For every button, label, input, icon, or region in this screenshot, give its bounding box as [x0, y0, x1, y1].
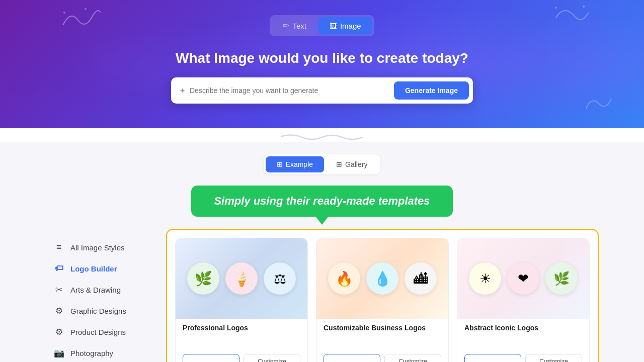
use-prompt-abstract[interactable]: Use Prompt: [464, 354, 521, 362]
svg-point-2: [583, 6, 585, 8]
customize-professional[interactable]: Customize Prompt: [244, 354, 300, 362]
logo-heart: ❤: [507, 262, 539, 295]
search-input[interactable]: [190, 86, 394, 95]
card-abstract: ☀ ❤ 🌿 Abstract Iconic Logos Use Prompt C…: [457, 238, 590, 362]
example-icon: ⊞: [277, 160, 283, 168]
sidebar-label-photo: Photography: [70, 349, 113, 357]
logo-vibrant: 💧: [366, 262, 398, 295]
card-customizable-actions: Use Prompt Customize Prompt: [316, 352, 448, 362]
logo-spicy: 🔥: [328, 262, 360, 295]
gallery-tab[interactable]: ⊞ Gallery: [325, 156, 378, 172]
card-customizable-image: 🔥 💧 🏙: [316, 238, 448, 319]
sidebar: ≡ All Image Styles 🏷 Logo Builder ✂ Arts…: [45, 229, 166, 362]
hero-section: ✏ Text 🖼 Image What Image would you like…: [0, 0, 644, 129]
card-customizable-title: Customizable Business Logos: [316, 319, 448, 336]
magic-wand-icon: ✦: [179, 86, 186, 96]
gallery-icon: ⊞: [336, 160, 342, 168]
deco-wave-br: [584, 94, 614, 114]
card-professional: 🌿 🍦 ⚖ Professional Logos Use Prompt Cust…: [175, 238, 308, 362]
sidebar-item-photo[interactable]: 📷 Photography: [45, 342, 166, 362]
text-mode-icon: ✏: [283, 21, 289, 30]
sidebar-item-graphic[interactable]: ⚙ Graphic Designs: [45, 300, 166, 321]
deco-wave-left: [60, 5, 101, 35]
mode-toggle: ✏ Text 🖼 Image: [270, 15, 374, 36]
image-mode-button[interactable]: 🖼 Image: [318, 17, 372, 34]
sidebar-label-product: Product Designs: [70, 328, 126, 336]
view-toggle: ⊞ Example ⊞ Gallery: [264, 154, 381, 174]
card-professional-image: 🌿 🍦 ⚖: [176, 238, 307, 319]
search-bar: ✦ Generate Image: [171, 77, 473, 104]
use-prompt-customizable[interactable]: Use Prompt: [324, 354, 380, 362]
sidebar-label-all: All Image Styles: [70, 243, 125, 252]
logo-attorney: ⚖: [264, 262, 296, 295]
graphic-icon: ⚙: [53, 305, 64, 316]
logo-icon: 🏷: [53, 263, 64, 274]
sidebar-label-arts: Arts & Drawing: [70, 286, 121, 294]
product-icon: ⚙: [53, 326, 64, 337]
text-mode-button[interactable]: ✏ Text: [272, 17, 317, 34]
svg-point-0: [63, 12, 65, 14]
card-abstract-actions: Use Prompt Customize Prompt: [457, 352, 589, 362]
wave-separator: [0, 128, 644, 142]
cards-grid: 🌿 🍦 ⚖ Professional Logos Use Prompt Cust…: [166, 229, 599, 362]
sidebar-label-logo: Logo Builder: [70, 264, 117, 273]
card-customizable: 🔥 💧 🏙 Customizable Business Logos Use Pr…: [316, 238, 449, 362]
logo-sun: ☀: [469, 262, 501, 295]
svg-point-3: [555, 7, 557, 9]
sidebar-item-logo[interactable]: 🏷 Logo Builder: [45, 258, 166, 279]
logo-skyline: 🏙: [405, 262, 437, 295]
sidebar-item-product[interactable]: ⚙ Product Designs: [45, 321, 166, 342]
speech-bubble: Simply using their ready-made templates: [191, 186, 453, 217]
arts-icon: ✂: [53, 284, 64, 295]
list-icon: ≡: [53, 242, 64, 253]
card-professional-actions: Use Prompt Customize Prompt: [176, 352, 307, 362]
example-label: Example: [286, 160, 313, 168]
svg-point-1: [85, 8, 87, 10]
card-abstract-image: ☀ ❤ 🌿: [457, 238, 589, 319]
customize-customizable[interactable]: Customize Prompt: [384, 354, 441, 362]
hero-title: What Image would you like to create toda…: [0, 50, 644, 66]
card-professional-title: Professional Logos: [176, 319, 307, 336]
content-area: ≡ All Image Styles 🏷 Logo Builder ✂ Arts…: [45, 229, 599, 362]
wave-svg: [272, 132, 372, 142]
deco-wave-right: [553, 3, 594, 33]
example-tab[interactable]: ⊞ Example: [266, 156, 324, 172]
use-prompt-professional[interactable]: Use Prompt: [183, 354, 239, 362]
logo-leaf: 🌿: [545, 262, 578, 295]
text-mode-label: Text: [292, 22, 306, 30]
image-mode-icon: 🖼: [330, 22, 337, 30]
logo-icy: 🍦: [225, 262, 258, 295]
logo-fresh: 🌿: [187, 262, 219, 295]
sidebar-label-graphic: Graphic Designs: [70, 307, 126, 315]
sidebar-item-all[interactable]: ≡ All Image Styles: [45, 237, 166, 258]
sidebar-item-arts[interactable]: ✂ Arts & Drawing: [45, 279, 166, 300]
card-abstract-title: Abstract Iconic Logos: [457, 319, 589, 336]
customize-abstract[interactable]: Customize Prompt: [525, 354, 582, 362]
image-mode-label: Image: [340, 22, 361, 30]
gallery-label: Gallery: [345, 160, 367, 168]
main-content: ⊞ Example ⊞ Gallery Simply using their r…: [0, 142, 644, 362]
photo-icon: 📷: [53, 347, 64, 358]
generate-button[interactable]: Generate Image: [394, 81, 469, 100]
